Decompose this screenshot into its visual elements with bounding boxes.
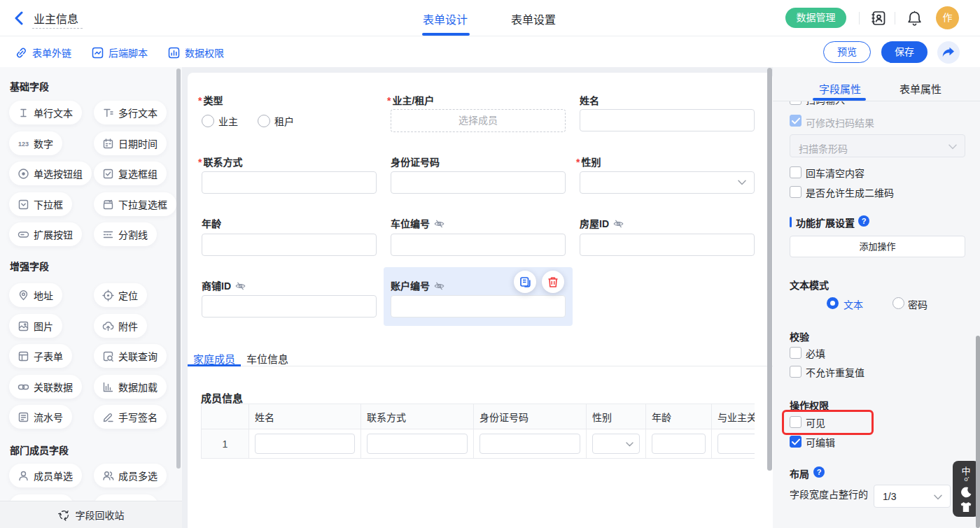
svg-text:123: 123 [18, 141, 29, 148]
